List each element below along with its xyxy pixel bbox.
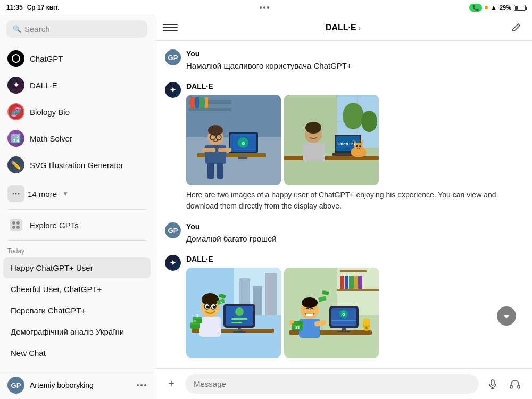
gpt-item-chatgpt[interactable]: ChatGPT [0, 45, 154, 72]
message-3-content: You Домалюй багато грошей [186, 222, 521, 244]
svg-rect-100 [331, 320, 356, 321]
section-today: Today [0, 243, 154, 257]
svg-rect-89 [345, 276, 348, 289]
user-menu-button[interactable] [137, 384, 146, 386]
generated-image-4[interactable]: G [284, 268, 379, 358]
svg-point-37 [343, 103, 364, 129]
status-dots [260, 6, 269, 9]
svg-text:$$: $$ [295, 326, 300, 330]
gpt-list: ChatGPT ✦ DALL·E 🧬 Biology Bio 🔢 Math So… [0, 43, 154, 180]
message-4: ✦ DALL·E [165, 255, 521, 358]
chat-input-area: + [154, 368, 532, 399]
message-input[interactable] [185, 374, 479, 394]
svg-rect-90 [349, 276, 354, 289]
user-info: GP Artemiy boboryking [7, 377, 94, 394]
svg-point-61 [235, 307, 244, 316]
search-icon: 🔍 [13, 25, 21, 33]
message-3: GP You Домалюй багато грошей [165, 222, 521, 244]
message-1-content: You Намалюй щасливого користувача ChatGP… [186, 49, 521, 71]
svg-rect-39 [284, 156, 379, 160]
math-label: Math Solver [30, 134, 72, 143]
edit-button[interactable] [509, 20, 523, 35]
svg-point-72 [213, 306, 215, 309]
search-placeholder: Search [24, 24, 50, 34]
message-2-description: Here are two images of a happy user of C… [186, 189, 521, 212]
svg-point-68 [206, 294, 214, 300]
gpt-item-svg[interactable]: ✏️ SVG Illustration Generator [0, 152, 154, 178]
explore-label: Explore GPTs [30, 221, 79, 230]
generated-image-3[interactable]: $ $ $ [186, 268, 281, 358]
sidebar-footer: GP Artemiy boboryking [0, 371, 154, 399]
svg-rect-25 [202, 148, 215, 152]
gpt-item-biology[interactable]: 🧬 Biology Bio [0, 98, 154, 125]
more-icon [7, 185, 24, 202]
battery-icon [514, 5, 526, 11]
svg-avatar: ✏️ [7, 156, 24, 173]
chat-item-nu1da[interactable]: Nu1daMaximoff [3, 364, 151, 371]
hamburger-line-3 [163, 30, 178, 31]
svg-rect-21 [242, 153, 244, 157]
gpt-item-dalle[interactable]: ✦ DALL·E [0, 72, 154, 98]
svg-rect-119 [491, 380, 494, 385]
divider-1 [7, 209, 146, 210]
svg-point-52 [359, 145, 361, 147]
chat-item-happy[interactable]: Happy ChatGPT+ User [3, 257, 151, 278]
chat-title-chevron: › [359, 24, 361, 32]
svg-rect-64 [238, 328, 241, 332]
generated-image-2[interactable]: ChatGPT+ [284, 95, 379, 185]
gpt-item-math[interactable]: 🔢 Math Solver [0, 125, 154, 152]
svg-rect-22 [238, 157, 247, 159]
svg-rect-14 [200, 97, 204, 108]
chat-area: DALL·E › GP You Намалюй щасливо [154, 15, 532, 399]
svg-rect-111 [294, 321, 303, 325]
search-box[interactable]: 🔍 Search [6, 20, 147, 38]
svg-point-29 [208, 125, 223, 136]
svg-rect-105 [306, 314, 313, 316]
user-name: Artemiy boboryking [30, 381, 94, 389]
dalle-avatar-msg2: ✦ [165, 82, 181, 98]
headphones-button[interactable] [506, 376, 523, 393]
wifi-icon: ▲ [491, 4, 497, 11]
svg-rect-45 [303, 143, 325, 161]
status-time: 11:35 [6, 4, 23, 11]
chatgpt-avatar [7, 50, 24, 67]
chat-item-perevahy[interactable]: Переваги ChatGPT+ [3, 300, 151, 321]
svg-point-46 [305, 122, 321, 134]
svg-rect-92 [358, 276, 362, 289]
svg-rect-11 [189, 108, 231, 111]
svg-point-6 [12, 226, 15, 229]
svg-rect-63 [231, 322, 242, 323]
main-container: 🔍 Search ChatGPT ✦ DALL·E 🧬 Biology Bio … [0, 15, 532, 399]
svg-point-1 [15, 193, 17, 195]
svg-label: SVG Illustration Generator [30, 161, 123, 170]
dalle-avatar: ✦ [7, 77, 24, 94]
chat-item-demography[interactable]: Демографічний аналіз України [3, 321, 151, 342]
biology-avatar: 🧬 [7, 103, 24, 120]
svg-point-115 [363, 318, 370, 326]
sidebar: 🔍 Search ChatGPT ✦ DALL·E 🧬 Biology Bio … [0, 15, 154, 399]
dalle-avatar-msg4: ✦ [165, 255, 181, 271]
scroll-to-bottom-button[interactable] [497, 306, 516, 326]
divider-2 [7, 240, 146, 241]
chat-header: DALL·E › [154, 15, 532, 41]
chat-item-cheerful[interactable]: Cheerful User, ChatGPT+ [3, 279, 151, 300]
generated-image-1[interactable]: G [186, 95, 281, 185]
message-1-text: Намалюй щасливого користувача ChatGPT+ [186, 60, 521, 71]
svg-point-7 [16, 226, 20, 229]
chat-item-new-chat[interactable]: New Chat [3, 343, 151, 363]
explore-item[interactable]: Explore GPTs [0, 212, 154, 238]
svg-text:$: $ [196, 314, 198, 318]
chat-title[interactable]: DALL·E › [326, 23, 361, 32]
more-item[interactable]: 14 more ▼ [0, 180, 154, 207]
user-avatar-msg3: GP [165, 222, 181, 238]
sidebar-toggle-button[interactable] [163, 20, 178, 35]
svg-rect-76 [200, 317, 221, 337]
svg-rect-12 [190, 97, 195, 108]
call-icon: 📞 [469, 4, 482, 12]
svg-text:G: G [342, 313, 345, 317]
attach-button[interactable]: + [163, 376, 180, 393]
hamburger-line-2 [163, 27, 178, 28]
user-avatar: GP [7, 377, 24, 394]
voice-button[interactable] [484, 376, 501, 393]
message-3-text: Домалюй багато грошей [186, 233, 521, 244]
